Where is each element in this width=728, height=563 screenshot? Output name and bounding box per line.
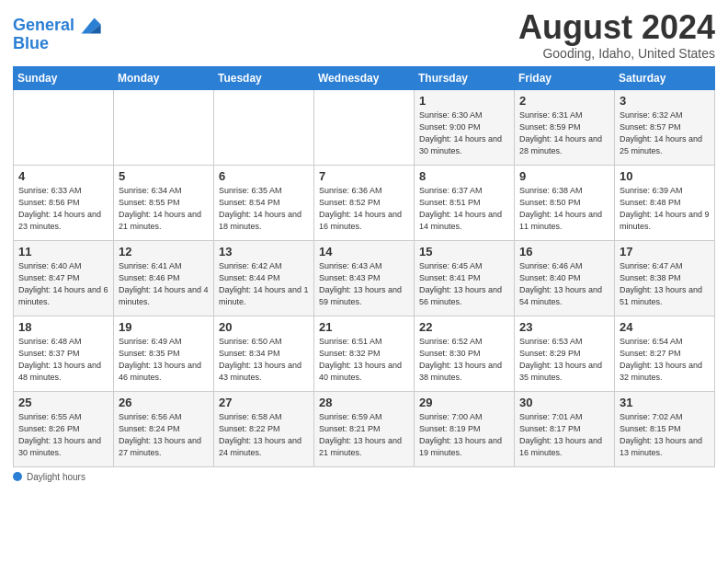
calendar-cell: 3Sunrise: 6:32 AM Sunset: 8:57 PM Daylig… xyxy=(615,89,715,165)
calendar-cell: 9Sunrise: 6:38 AM Sunset: 8:50 PM Daylig… xyxy=(515,165,615,240)
day-number: 9 xyxy=(519,169,609,183)
weekday-header-friday: Friday xyxy=(515,66,615,89)
calendar-cell: 25Sunrise: 6:55 AM Sunset: 8:26 PM Dayli… xyxy=(14,391,114,466)
calendar-cell: 4Sunrise: 6:33 AM Sunset: 8:56 PM Daylig… xyxy=(14,165,114,240)
day-info: Sunrise: 6:53 AM Sunset: 8:29 PM Dayligh… xyxy=(519,336,609,384)
calendar-cell: 24Sunrise: 6:54 AM Sunset: 8:27 PM Dayli… xyxy=(615,316,715,391)
month-title: August 2024 xyxy=(518,9,715,46)
title-block: August 2024 Gooding, Idaho, United State… xyxy=(518,9,715,61)
header: General Blue August 2024 Gooding, Idaho,… xyxy=(13,9,715,61)
calendar-cell: 30Sunrise: 7:01 AM Sunset: 8:17 PM Dayli… xyxy=(515,391,615,466)
day-info: Sunrise: 6:52 AM Sunset: 8:30 PM Dayligh… xyxy=(419,336,509,384)
day-info: Sunrise: 6:54 AM Sunset: 8:27 PM Dayligh… xyxy=(620,336,710,384)
calendar-cell: 22Sunrise: 6:52 AM Sunset: 8:30 PM Dayli… xyxy=(415,316,515,391)
day-info: Sunrise: 6:33 AM Sunset: 8:56 PM Dayligh… xyxy=(18,185,108,233)
calendar-cell: 11Sunrise: 6:40 AM Sunset: 8:47 PM Dayli… xyxy=(14,240,114,316)
day-number: 20 xyxy=(219,320,309,334)
calendar-cell: 14Sunrise: 6:43 AM Sunset: 8:43 PM Dayli… xyxy=(314,240,415,316)
weekday-header-monday: Monday xyxy=(114,66,214,89)
day-info: Sunrise: 6:35 AM Sunset: 8:54 PM Dayligh… xyxy=(219,185,309,233)
calendar-cell: 5Sunrise: 6:34 AM Sunset: 8:55 PM Daylig… xyxy=(114,165,214,240)
calendar-week-row: 25Sunrise: 6:55 AM Sunset: 8:26 PM Dayli… xyxy=(14,391,715,466)
day-number: 5 xyxy=(119,169,209,183)
day-info: Sunrise: 7:02 AM Sunset: 8:15 PM Dayligh… xyxy=(620,411,710,459)
day-number: 7 xyxy=(319,169,409,183)
calendar-cell xyxy=(114,89,214,165)
logo-icon xyxy=(76,13,102,39)
day-number: 30 xyxy=(519,396,609,409)
calendar-cell: 8Sunrise: 6:37 AM Sunset: 8:51 PM Daylig… xyxy=(415,165,515,240)
calendar-cell xyxy=(14,89,114,165)
calendar-cell: 19Sunrise: 6:49 AM Sunset: 8:35 PM Dayli… xyxy=(114,316,214,391)
day-info: Sunrise: 6:39 AM Sunset: 8:48 PM Dayligh… xyxy=(620,185,710,233)
weekday-header-saturday: Saturday xyxy=(615,66,715,89)
calendar-cell: 28Sunrise: 6:59 AM Sunset: 8:21 PM Dayli… xyxy=(314,391,415,466)
day-number: 31 xyxy=(620,396,710,409)
calendar-cell xyxy=(314,89,415,165)
calendar-cell: 29Sunrise: 7:00 AM Sunset: 8:19 PM Dayli… xyxy=(415,391,515,466)
day-number: 24 xyxy=(620,320,710,334)
day-info: Sunrise: 6:42 AM Sunset: 8:44 PM Dayligh… xyxy=(219,260,309,308)
day-number: 1 xyxy=(419,94,509,108)
weekday-header-tuesday: Tuesday xyxy=(214,66,314,89)
day-number: 17 xyxy=(620,245,710,259)
calendar-cell xyxy=(214,89,314,165)
location-subtitle: Gooding, Idaho, United States xyxy=(518,46,715,61)
day-number: 12 xyxy=(119,245,209,259)
calendar-cell: 21Sunrise: 6:51 AM Sunset: 8:32 PM Dayli… xyxy=(314,316,415,391)
calendar-table: SundayMondayTuesdayWednesdayThursdayFrid… xyxy=(13,66,715,467)
day-number: 29 xyxy=(419,396,509,409)
calendar-cell: 12Sunrise: 6:41 AM Sunset: 8:46 PM Dayli… xyxy=(114,240,214,316)
day-info: Sunrise: 6:36 AM Sunset: 8:52 PM Dayligh… xyxy=(319,185,409,233)
day-number: 2 xyxy=(519,94,609,108)
day-info: Sunrise: 7:01 AM Sunset: 8:17 PM Dayligh… xyxy=(519,411,609,459)
calendar-cell: 23Sunrise: 6:53 AM Sunset: 8:29 PM Dayli… xyxy=(515,316,615,391)
calendar-cell: 10Sunrise: 6:39 AM Sunset: 8:48 PM Dayli… xyxy=(615,165,715,240)
calendar-cell: 31Sunrise: 7:02 AM Sunset: 8:15 PM Dayli… xyxy=(615,391,715,466)
day-info: Sunrise: 6:58 AM Sunset: 8:22 PM Dayligh… xyxy=(219,411,309,459)
day-info: Sunrise: 6:31 AM Sunset: 8:59 PM Dayligh… xyxy=(519,109,609,157)
day-number: 4 xyxy=(18,169,108,183)
calendar-cell: 13Sunrise: 6:42 AM Sunset: 8:44 PM Dayli… xyxy=(214,240,314,316)
day-number: 23 xyxy=(519,320,609,334)
day-info: Sunrise: 6:41 AM Sunset: 8:46 PM Dayligh… xyxy=(119,260,209,308)
calendar-week-row: 4Sunrise: 6:33 AM Sunset: 8:56 PM Daylig… xyxy=(14,165,715,240)
day-number: 28 xyxy=(319,396,409,409)
day-info: Sunrise: 6:47 AM Sunset: 8:38 PM Dayligh… xyxy=(620,260,710,308)
day-number: 8 xyxy=(419,169,509,183)
day-number: 15 xyxy=(419,245,509,259)
day-info: Sunrise: 6:40 AM Sunset: 8:47 PM Dayligh… xyxy=(18,260,108,308)
day-info: Sunrise: 6:49 AM Sunset: 8:35 PM Dayligh… xyxy=(119,336,209,384)
day-number: 25 xyxy=(18,396,108,409)
day-info: Sunrise: 7:00 AM Sunset: 8:19 PM Dayligh… xyxy=(419,411,509,459)
weekday-header-row: SundayMondayTuesdayWednesdayThursdayFrid… xyxy=(14,66,715,89)
calendar-cell: 26Sunrise: 6:56 AM Sunset: 8:24 PM Dayli… xyxy=(114,391,214,466)
day-info: Sunrise: 6:38 AM Sunset: 8:50 PM Dayligh… xyxy=(519,185,609,233)
day-info: Sunrise: 6:30 AM Sunset: 9:00 PM Dayligh… xyxy=(419,109,509,157)
logo: General Blue xyxy=(13,13,102,53)
calendar-week-row: 1Sunrise: 6:30 AM Sunset: 9:00 PM Daylig… xyxy=(14,89,715,165)
calendar-cell: 2Sunrise: 6:31 AM Sunset: 8:59 PM Daylig… xyxy=(515,89,615,165)
calendar-cell: 20Sunrise: 6:50 AM Sunset: 8:34 PM Dayli… xyxy=(214,316,314,391)
day-number: 26 xyxy=(119,396,209,409)
calendar-cell: 1Sunrise: 6:30 AM Sunset: 9:00 PM Daylig… xyxy=(415,89,515,165)
day-number: 14 xyxy=(319,245,409,259)
calendar-week-row: 18Sunrise: 6:48 AM Sunset: 8:37 PM Dayli… xyxy=(14,316,715,391)
calendar-cell: 18Sunrise: 6:48 AM Sunset: 8:37 PM Dayli… xyxy=(14,316,114,391)
day-number: 3 xyxy=(620,94,710,108)
day-number: 10 xyxy=(620,169,710,183)
day-info: Sunrise: 6:48 AM Sunset: 8:37 PM Dayligh… xyxy=(18,336,108,384)
calendar-cell: 16Sunrise: 6:46 AM Sunset: 8:40 PM Dayli… xyxy=(515,240,615,316)
day-number: 16 xyxy=(519,245,609,259)
day-info: Sunrise: 6:59 AM Sunset: 8:21 PM Dayligh… xyxy=(319,411,409,459)
day-info: Sunrise: 6:50 AM Sunset: 8:34 PM Dayligh… xyxy=(219,336,309,384)
day-number: 22 xyxy=(419,320,509,334)
day-info: Sunrise: 6:46 AM Sunset: 8:40 PM Dayligh… xyxy=(519,260,609,308)
calendar-cell: 7Sunrise: 6:36 AM Sunset: 8:52 PM Daylig… xyxy=(314,165,415,240)
day-number: 21 xyxy=(319,320,409,334)
day-number: 19 xyxy=(119,320,209,334)
weekday-header-thursday: Thursday xyxy=(415,66,515,89)
day-info: Sunrise: 6:56 AM Sunset: 8:24 PM Dayligh… xyxy=(119,411,209,459)
calendar-week-row: 11Sunrise: 6:40 AM Sunset: 8:47 PM Dayli… xyxy=(14,240,715,316)
day-number: 11 xyxy=(18,245,108,259)
